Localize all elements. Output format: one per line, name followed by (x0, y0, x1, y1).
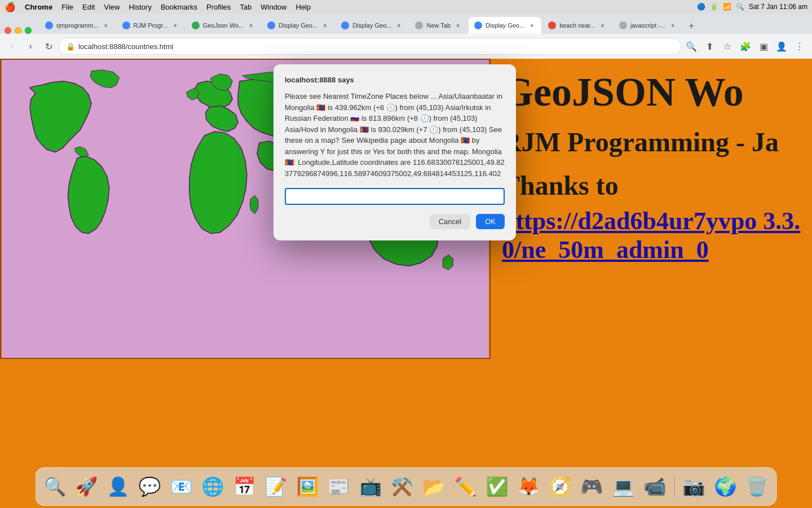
dock-messages[interactable]: 💬 (135, 472, 165, 501)
tab-8-close[interactable]: × (599, 21, 607, 29)
dock-firefox[interactable]: 🦊 (514, 472, 544, 501)
dock-finder[interactable]: 🔍 (41, 472, 70, 501)
dialog-overlay: localhost:8888 says Please see Nearest T… (0, 59, 812, 508)
navbar: ‹ › ↻ 🔒 localhost:8888/countries.html 🔍 … (0, 34, 812, 59)
dock-notes[interactable]: 📝 (262, 472, 291, 501)
menubar-tab[interactable]: Tab (235, 3, 256, 11)
maximize-button[interactable] (25, 27, 32, 34)
tab-2[interactable]: RJM Progr... × (117, 17, 185, 34)
tab-6-close[interactable]: × (454, 21, 462, 29)
menubar-edit[interactable]: Edit (78, 3, 99, 11)
forward-button[interactable]: › (23, 38, 38, 54)
tab-8[interactable]: beach near... × (542, 17, 612, 34)
menubar-chrome[interactable]: Chrome (20, 3, 57, 11)
alert-dialog: localhost:8888 says Please see Nearest T… (273, 64, 516, 240)
dock-vmware[interactable]: 💻 (609, 472, 638, 501)
menu-button[interactable]: ⋮ (792, 38, 807, 54)
tab-6-favicon (415, 21, 423, 29)
tab-1-close[interactable]: × (102, 21, 110, 29)
dialog-title: localhost:8888 says (285, 76, 505, 84)
browser-window: rjmprogramm... × RJM Progr... × GeoJson … (0, 14, 812, 508)
share-button[interactable]: ⬆ (701, 38, 717, 54)
battery-icon: 🔋 (710, 3, 718, 11)
tab-7-close[interactable]: × (528, 21, 536, 29)
tab-5[interactable]: Display Geo... × (336, 17, 408, 34)
menubar-right: 🔵 🔋 📶 🔍 Sat 7 Jan 11:06 am (697, 3, 807, 11)
tab-7-favicon (474, 21, 482, 29)
tab-2-close[interactable]: × (171, 21, 179, 29)
apple-menu[interactable]: 🍎 (5, 2, 16, 12)
search-button[interactable]: 🔍 (683, 38, 699, 54)
dock-safari[interactable]: 🧭 (546, 472, 575, 501)
dock-filezilla[interactable]: 📂 (420, 472, 449, 501)
tab-4[interactable]: Display Geo... × (262, 17, 334, 34)
menubar-bookmarks[interactable]: Bookmarks (156, 3, 202, 11)
dock-calendar[interactable]: 📅 (230, 472, 259, 501)
dock-zoom[interactable]: 📹 (641, 472, 670, 501)
dialog-input[interactable] (285, 188, 505, 205)
dock-tv[interactable]: 📺 (356, 472, 386, 501)
profile-button[interactable]: 👤 (774, 38, 789, 54)
dock-unity[interactable]: 🎮 (577, 472, 607, 501)
new-tab-button[interactable]: + (683, 18, 699, 34)
back-button[interactable]: ‹ (5, 38, 20, 54)
close-button[interactable] (5, 27, 11, 34)
page-content: GeoJSON Wo RJM Programming - Ja Thanks t… (0, 59, 812, 508)
tab-8-label: beach near... (559, 22, 595, 29)
tab-4-favicon (267, 21, 275, 29)
menubar-view[interactable]: View (99, 3, 124, 11)
minimize-button[interactable] (15, 27, 21, 34)
tab-3-label: GeoJson Wo... (203, 22, 244, 29)
dock-separator (674, 475, 675, 498)
tab-5-favicon (341, 21, 349, 29)
dock: 🔍 🚀 👤 💬 📧 🌐 📅 📝 🖼️ 📰 📺 ⚒️ 📂 ✏️ ✅ 🦊 🧭 🎮 💻… (36, 467, 777, 506)
menubar-window[interactable]: Window (256, 3, 291, 11)
tab-3[interactable]: GeoJson Wo... × (186, 17, 261, 34)
dialog-buttons: Cancel OK (285, 214, 505, 229)
dock-mail[interactable]: 📧 (167, 472, 196, 501)
dock-launchpad[interactable]: 🚀 (72, 472, 102, 501)
tab-1[interactable]: rjmprogramm... × (39, 17, 116, 34)
dock-chrome[interactable]: 🌍 (711, 472, 740, 501)
address-bar[interactable]: 🔒 localhost:8888/countries.html (59, 38, 681, 55)
tab-3-close[interactable]: × (247, 21, 255, 29)
dock-screenium[interactable]: 📷 (679, 472, 709, 501)
tab-7[interactable]: Display Geo... × (469, 17, 541, 34)
menubar-help[interactable]: Help (292, 3, 316, 11)
dock-contacts[interactable]: 👤 (104, 472, 133, 501)
menubar-file[interactable]: File (57, 3, 78, 11)
dialog-message: Please see Nearest TimeZone Places below… (285, 91, 505, 179)
sidebar-button[interactable]: ▣ (756, 38, 771, 54)
menubar: 🍎 Chrome File Edit View History Bookmark… (0, 0, 812, 14)
menubar-profiles[interactable]: Profiles (202, 3, 235, 11)
dock-photos[interactable]: 🖼️ (293, 472, 323, 501)
tab-4-label: Display Geo... (279, 22, 317, 29)
dock-news[interactable]: 📰 (325, 472, 354, 501)
tab-1-favicon (45, 21, 53, 29)
tab-9[interactable]: javascript -... × (614, 17, 682, 34)
tab-2-favicon (122, 21, 130, 29)
tab-6-label: New Tab (426, 22, 451, 29)
tab-2-label: RJM Progr... (134, 22, 168, 29)
tab-8-favicon (548, 21, 556, 29)
nav-right: 🔍 ⬆ ☆ 🧩 ▣ 👤 ⋮ (683, 38, 807, 54)
tab-6[interactable]: New Tab × (409, 17, 467, 34)
cancel-button[interactable]: Cancel (430, 214, 470, 229)
bookmark-button[interactable]: ☆ (720, 38, 735, 54)
tab-9-close[interactable]: × (669, 21, 677, 29)
dock-xcode[interactable]: ⚒️ (388, 472, 417, 501)
dock-opera[interactable]: 🌐 (198, 472, 228, 501)
reload-button[interactable]: ↻ (41, 38, 56, 54)
tab-4-close[interactable]: × (321, 21, 329, 29)
dock-thing3[interactable]: ✅ (483, 472, 512, 501)
menubar-history[interactable]: History (124, 3, 156, 11)
extensions-button[interactable]: 🧩 (738, 38, 753, 54)
dock-trash[interactable]: 🗑️ (743, 472, 772, 501)
dock-bbedit[interactable]: ✏️ (451, 472, 480, 501)
search-icon[interactable]: 🔍 (736, 3, 744, 11)
ok-button[interactable]: OK (476, 214, 505, 229)
tab-5-close[interactable]: × (395, 21, 403, 29)
tab-9-favicon (619, 21, 627, 29)
tabbar: rjmprogramm... × RJM Progr... × GeoJson … (0, 14, 812, 34)
tab-1-label: rjmprogramm... (56, 22, 99, 29)
